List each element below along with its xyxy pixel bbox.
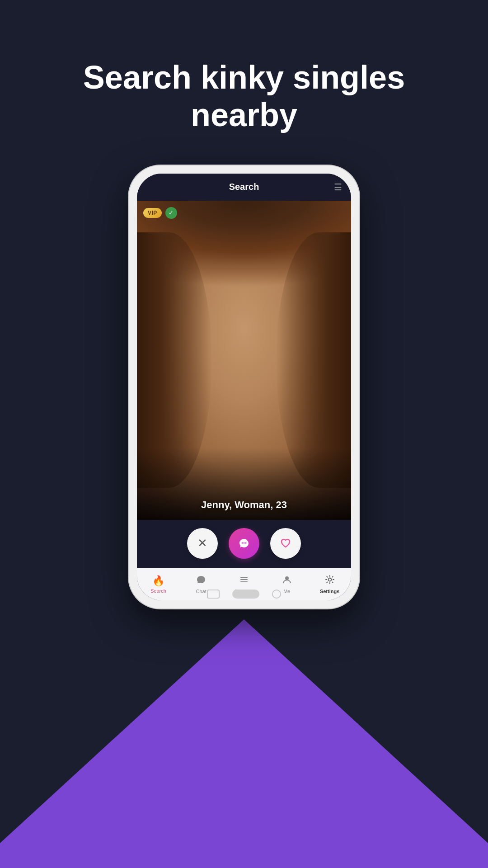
profile-card[interactable]: VIP ✓ Jenny, Woman, 23	[137, 201, 351, 520]
nav-search[interactable]: 🔥 Search	[137, 575, 180, 594]
me-nav-icon	[282, 575, 292, 587]
search-nav-label: Search	[150, 588, 166, 594]
chat-nav-label: Chat	[196, 589, 206, 594]
hw-menu-button	[272, 590, 281, 599]
settings-nav-label: Settings	[320, 589, 339, 594]
header-title: Search	[229, 182, 259, 192]
contacts-nav-icon	[239, 575, 249, 587]
filter-icon[interactable]: ☰	[334, 182, 342, 193]
background-triangle	[0, 619, 488, 868]
svg-point-1	[244, 542, 245, 543]
profile-name-overlay: Jenny, Woman, 23	[137, 448, 351, 520]
page-headline: Search kinky singles nearby	[63, 59, 425, 134]
nav-settings[interactable]: Settings	[308, 575, 351, 594]
svg-rect-4	[240, 579, 248, 580]
hw-home-button	[232, 590, 259, 599]
app-header: Search ☰	[137, 174, 351, 201]
profile-photo: VIP ✓ Jenny, Woman, 23	[137, 201, 351, 520]
svg-rect-5	[240, 581, 248, 582]
phone-body: Search ☰ VIP ✓	[129, 165, 359, 609]
svg-rect-3	[240, 577, 248, 578]
profile-name: Jenny, Woman, 23	[137, 499, 351, 511]
profile-badges: VIP ✓	[143, 207, 177, 219]
reject-button[interactable]: ✕	[187, 528, 218, 559]
me-nav-label: Me	[283, 589, 290, 594]
chat-nav-icon	[196, 575, 206, 587]
verified-badge: ✓	[165, 207, 177, 219]
svg-point-2	[245, 542, 247, 543]
phone-screen: Search ☰ VIP ✓	[137, 174, 351, 600]
phone-mockup: Search ☰ VIP ✓	[129, 165, 359, 609]
action-buttons-row: ✕	[137, 520, 351, 568]
svg-point-0	[242, 542, 243, 543]
like-button[interactable]	[270, 528, 301, 559]
svg-point-7	[328, 578, 331, 581]
svg-point-6	[285, 576, 289, 580]
vip-badge: VIP	[143, 208, 162, 218]
search-nav-icon: 🔥	[152, 575, 164, 587]
phone-bottom-hardware	[207, 590, 281, 599]
hw-back-button	[207, 590, 220, 599]
chat-button[interactable]	[229, 528, 259, 559]
settings-nav-icon	[325, 575, 335, 587]
